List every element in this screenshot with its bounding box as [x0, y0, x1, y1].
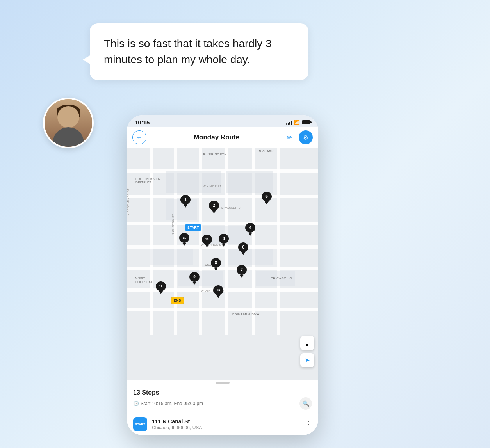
stop-pin-9[interactable]: 9 — [189, 272, 200, 285]
svg-rect-2 — [127, 222, 318, 225]
map-label-river-north: RIVER NORTH — [203, 153, 226, 156]
back-button[interactable]: ← — [132, 130, 146, 144]
stop-number-11: 11 — [179, 233, 189, 243]
stops-count: 13 Stops — [133, 389, 312, 396]
map-label-printers-row: PRINTER'S ROW — [232, 312, 260, 315]
settings-button[interactable]: ⚙ — [299, 130, 313, 144]
stop-pin-1[interactable]: 1 — [180, 195, 191, 208]
svg-rect-7 — [150, 148, 153, 335]
battery-icon — [302, 120, 310, 124]
stop-number-2: 2 — [209, 201, 219, 210]
start-marker: START — [185, 224, 201, 231]
route-title: Monday Route — [150, 133, 283, 141]
stop-number-1: 1 — [180, 195, 191, 204]
settings-icon: ⚙ — [303, 134, 308, 141]
stop-row-info: 111 N Canal St Chicago, IL 60606, USA — [152, 418, 300, 430]
stop-pin-2[interactable]: 2 — [208, 201, 219, 213]
stop-city: Chicago, IL 60606, USA — [152, 425, 300, 430]
clock-icon: 🕒 — [133, 401, 139, 406]
map-label-fulton: FULTON RIVERDISTRICT — [135, 177, 160, 184]
stop-number-8: 8 — [211, 258, 221, 268]
svg-rect-18 — [228, 249, 273, 265]
stop-menu-button[interactable]: ⋮ — [305, 420, 312, 428]
svg-rect-13 — [166, 171, 221, 193]
phone-mockup: 10:15 📶 ← Monday Route ✏ ⚙ — [127, 115, 318, 435]
map-label-chicago-lo: CHICAGO LO — [271, 277, 292, 280]
svg-rect-0 — [127, 169, 318, 173]
avatar — [43, 98, 94, 148]
bottom-sheet-handle[interactable] — [127, 380, 318, 385]
map-label-wacker: W Wacker Dr — [221, 206, 243, 209]
svg-rect-6 — [127, 308, 318, 311]
stop-pin-3[interactable]: 3 — [218, 234, 229, 247]
stop-number-9: 9 — [189, 272, 200, 282]
stop-row-start[interactable]: START 111 N Canal St Chicago, IL 60606, … — [127, 413, 318, 435]
stop-number-6: 6 — [238, 242, 248, 252]
header-bar: ← Monday Route ✏ ⚙ — [127, 127, 318, 148]
stop-pin-6[interactable]: 6 — [238, 242, 249, 255]
map-location-button[interactable]: ➤ — [300, 353, 314, 367]
svg-rect-17 — [150, 249, 193, 265]
map-layers-button[interactable]: ⭳ — [300, 336, 314, 350]
map-label-n-clark: N Clark — [259, 149, 274, 153]
stop-pin-5[interactable]: 5 — [261, 192, 272, 204]
speech-bubble-text: This is so fast that it takes hardly 3 m… — [104, 37, 272, 66]
end-marker: END — [171, 297, 184, 304]
map-area[interactable]: RIVER NORTH FULTON RIVERDISTRICT WESTLOO… — [127, 148, 318, 380]
svg-rect-1 — [127, 195, 318, 198]
status-icons: 📶 — [286, 120, 310, 125]
svg-rect-4 — [127, 267, 318, 270]
stop-pin-11[interactable]: 11 — [179, 233, 190, 246]
stop-pin-10[interactable]: 10 — [201, 235, 212, 247]
map-label-kinzie: W Kinzie St — [203, 185, 222, 188]
stop-number-10: 10 — [202, 235, 212, 244]
start-badge: START — [133, 417, 147, 431]
search-button[interactable]: 🔍 — [299, 397, 312, 410]
stop-number-5: 5 — [262, 192, 272, 201]
time-range: Start 10:15 am, End 05:00 pm — [141, 401, 203, 406]
speech-bubble: This is so fast that it takes hardly 3 m… — [90, 23, 308, 80]
stop-pin-8[interactable]: 8 — [210, 258, 221, 271]
layers-icon: ⭳ — [304, 340, 310, 347]
stop-pin-4[interactable]: 4 — [245, 223, 256, 236]
svg-rect-14 — [226, 171, 273, 193]
avatar-body — [53, 127, 84, 147]
handle-bar — [216, 382, 230, 384]
svg-rect-12 — [277, 148, 280, 335]
stop-number-12: 12 — [156, 281, 166, 291]
route-info: 13 Stops 🕒 Start 10:15 am, End 05:00 pm … — [127, 385, 318, 413]
map-label-clinton: N Clinton St — [172, 214, 175, 235]
back-icon: ← — [136, 134, 143, 141]
location-icon: ➤ — [305, 357, 310, 364]
stop-address: 111 N Canal St — [152, 418, 300, 425]
wifi-icon: 📶 — [294, 120, 300, 125]
stop-pin-13[interactable]: 13 — [213, 285, 224, 298]
map-label-desplaines: N Desplaines St — [127, 188, 130, 215]
search-icon: 🔍 — [303, 400, 309, 407]
signal-icon — [286, 120, 292, 125]
stop-pin-12[interactable]: 12 — [155, 281, 166, 294]
stop-pin-7[interactable]: 7 — [236, 265, 247, 278]
route-time-info: 🕒 Start 10:15 am, End 05:00 pm 🔍 — [133, 397, 312, 410]
status-bar: 10:15 📶 — [127, 115, 318, 127]
stop-number-13: 13 — [213, 285, 223, 295]
stop-number-7: 7 — [237, 265, 247, 275]
stop-number-3: 3 — [219, 234, 229, 244]
route-time-text: 🕒 Start 10:15 am, End 05:00 pm — [133, 401, 203, 406]
map-label-west-loop: WESTLOOP GATE — [135, 277, 155, 284]
svg-rect-19 — [178, 271, 223, 286]
stop-number-4: 4 — [245, 223, 255, 233]
edit-button[interactable]: ✏ — [287, 133, 292, 142]
status-time: 10:15 — [135, 119, 150, 126]
avatar-face — [57, 106, 79, 128]
